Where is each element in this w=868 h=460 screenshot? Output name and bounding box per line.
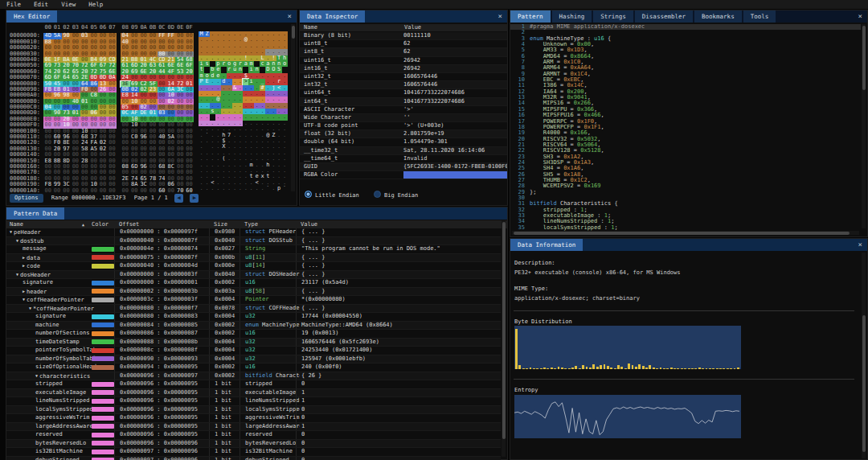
ascii-char[interactable]: . <box>210 138 215 144</box>
ascii-char[interactable]: . <box>271 126 276 132</box>
table-row[interactable]: is32BitMachine0x00000097 : 0x000000961 b… <box>6 448 501 457</box>
tab-pattern[interactable]: Pattern <box>510 10 551 23</box>
pattern-vertical-scrollbar[interactable] <box>862 24 866 228</box>
ascii-char[interactable]: . <box>276 31 282 37</box>
ascii-char[interactable]: . <box>248 180 254 186</box>
hex-byte[interactable]: 00 <box>52 188 61 194</box>
ascii-char[interactable]: . <box>227 168 232 174</box>
ascii-char[interactable]: . <box>199 43 204 49</box>
ascii-char[interactable]: t <box>265 174 271 179</box>
ascii-char[interactable]: . <box>210 162 215 168</box>
ascii-char[interactable]: . <box>276 133 282 138</box>
ascii-char[interactable]: . <box>237 97 243 102</box>
ascii-char[interactable]: . <box>232 97 238 102</box>
ascii-char[interactable]: h <box>265 162 271 168</box>
ascii-char[interactable]: . <box>204 91 210 97</box>
ascii-char[interactable]: . <box>232 79 238 84</box>
ascii-char[interactable]: . <box>254 133 260 138</box>
close-icon[interactable]: × <box>854 10 867 23</box>
ascii-char[interactable]: . <box>282 121 288 126</box>
ascii-char[interactable]: . <box>260 73 265 79</box>
ascii-char[interactable]: . <box>232 126 238 132</box>
ascii-char[interactable]: . <box>254 186 260 191</box>
ascii-char[interactable]: 7 <box>227 133 232 138</box>
ascii-char[interactable]: . <box>232 114 238 120</box>
ascii-char[interactable]: . <box>243 121 248 126</box>
table-row[interactable]: reserved0x00000096 : 0x000000951 bitrese… <box>6 431 501 440</box>
ascii-char[interactable]: . <box>237 156 243 162</box>
ascii-char[interactable]: . <box>271 97 276 102</box>
ascii-char[interactable]: Z <box>204 31 210 37</box>
ascii-char[interactable]: x <box>260 174 265 179</box>
ascii-char[interactable]: . <box>210 91 215 97</box>
ascii-char[interactable]: . <box>221 73 227 79</box>
ascii-char[interactable]: . <box>282 133 288 138</box>
ascii-char[interactable]: . <box>248 133 254 138</box>
ascii-char[interactable]: . <box>282 114 288 120</box>
ascii-char[interactable]: . <box>221 97 227 102</box>
ascii-char[interactable]: . <box>199 49 204 55</box>
ascii-char[interactable]: . <box>260 103 265 109</box>
ascii-char[interactable]: t <box>199 67 204 72</box>
ascii-char[interactable]: . <box>265 91 271 97</box>
ascii-char[interactable]: . <box>243 31 248 37</box>
ascii-char[interactable]: g <box>232 61 238 67</box>
ascii-char[interactable]: j <box>271 85 276 91</box>
close-icon[interactable]: × <box>283 10 297 23</box>
ascii-char[interactable]: . <box>254 121 260 126</box>
ascii-char[interactable]: . <box>265 49 271 55</box>
table-row[interactable]: debugStripped0x00000097 : 0x000000961 bi… <box>6 457 501 460</box>
ascii-char[interactable]: . <box>265 85 271 91</box>
ascii-char[interactable]: . <box>215 49 221 55</box>
ascii-char[interactable]: . <box>215 37 221 43</box>
ascii-char[interactable]: . <box>221 126 227 132</box>
ascii-char[interactable]: . <box>210 126 215 132</box>
ascii-char[interactable]: . <box>227 79 232 84</box>
table-row[interactable]: ▼*coffHeaderPointer0x00000080 : 0x000000… <box>6 305 501 314</box>
ascii-char[interactable]: . <box>215 150 221 156</box>
ascii-char[interactable]: . <box>210 85 215 91</box>
chevron-down-icon[interactable]: ▼ <box>16 238 18 243</box>
inspector-row[interactable]: int16_t26942 <box>300 65 507 73</box>
ascii-char[interactable]: . <box>282 73 288 79</box>
ascii-char[interactable]: . <box>254 43 260 49</box>
ascii-char[interactable]: . <box>204 49 210 55</box>
ascii-char[interactable]: . <box>265 121 271 126</box>
ascii-char[interactable]: . <box>248 103 254 109</box>
ascii-char[interactable]: . <box>276 103 282 109</box>
hex-byte[interactable]: 00 <box>108 188 117 194</box>
ascii-char[interactable]: . <box>282 168 288 174</box>
ascii-char[interactable]: . <box>271 49 276 55</box>
ascii-char[interactable]: . <box>204 97 210 102</box>
ascii-char[interactable]: . <box>232 138 238 144</box>
ascii-char[interactable]: . <box>204 180 210 186</box>
ascii-char[interactable]: . <box>271 162 276 168</box>
ascii-char[interactable]: . <box>199 168 204 174</box>
ascii-char[interactable]: . <box>215 156 221 162</box>
pattern-horizontal-scrollbar[interactable] <box>512 231 859 235</box>
ascii-char[interactable]: . <box>243 138 248 144</box>
code-line[interactable]: 29}; <box>510 190 861 195</box>
ascii-char[interactable]: . <box>237 37 243 43</box>
ascii-char[interactable]: . <box>260 126 265 132</box>
ascii-char[interactable]: o <box>282 61 288 67</box>
ascii-char[interactable]: . <box>248 186 254 191</box>
ascii-char[interactable]: . <box>227 138 232 144</box>
code-line[interactable]: 28 WCEMIPSV2 = 0x169 <box>510 183 861 189</box>
table-row[interactable]: numberOfSections0x00000086 : 0x000000870… <box>6 330 501 339</box>
ascii-char[interactable]: . <box>243 91 248 97</box>
ascii-char[interactable]: . <box>210 79 215 84</box>
ascii-char[interactable]: . <box>215 133 221 138</box>
ascii-char[interactable]: . <box>221 43 227 49</box>
hex-byte[interactable]: 00 <box>43 188 52 194</box>
table-row[interactable]: ▼peHeader0x00000000 : 0x0000097f0x0980st… <box>6 228 501 237</box>
ascii-char[interactable]: . <box>271 144 276 150</box>
ascii-char[interactable]: . <box>282 97 288 102</box>
ascii-char[interactable]: . <box>271 103 276 109</box>
ascii-char[interactable]: . <box>276 114 282 120</box>
ascii-char[interactable]: . <box>254 126 260 132</box>
ascii-char[interactable]: . <box>265 144 271 150</box>
menu-item-view[interactable]: View <box>55 0 82 9</box>
ascii-char[interactable]: . <box>265 37 271 43</box>
ascii-char[interactable]: . <box>232 180 238 186</box>
